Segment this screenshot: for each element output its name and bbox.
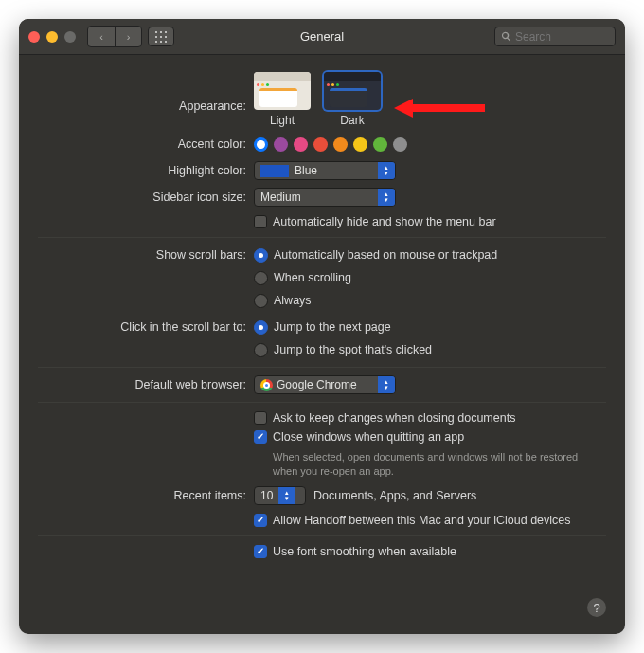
appearance-dark-label: Dark	[324, 114, 381, 127]
svg-rect-5	[165, 36, 167, 38]
checkbox-icon	[254, 430, 267, 444]
svg-rect-2	[165, 31, 167, 33]
scrollclick-option-label: Jump to the spot that's clicked	[274, 340, 432, 359]
scrollclick-option-1[interactable]: Jump to the spot that's clicked	[254, 340, 432, 359]
accent-color-5[interactable]	[353, 137, 367, 152]
close-icon[interactable]	[28, 31, 40, 43]
forward-button[interactable]: ›	[115, 27, 141, 46]
svg-rect-4	[160, 36, 162, 38]
scrollclick-option-label: Jump to the next page	[274, 317, 391, 336]
scrollbars-option-label: Automatically based on mouse or trackpad	[274, 245, 497, 264]
search-input[interactable]	[515, 30, 605, 44]
scrollbars-option-1[interactable]: When scrolling	[254, 268, 351, 287]
accent-color-6[interactable]	[373, 137, 387, 152]
svg-rect-6	[155, 41, 157, 43]
handoff-label: Allow Handoff between this Mac and your …	[273, 513, 571, 528]
accent-color-7[interactable]	[393, 137, 407, 152]
sidebar-size-value: Medium	[260, 190, 372, 204]
accent-color-3[interactable]	[313, 137, 328, 152]
chevron-updown-icon	[378, 189, 395, 206]
radio-icon	[254, 343, 268, 357]
svg-rect-7	[160, 41, 162, 43]
radio-icon	[254, 271, 268, 285]
browser-value: Google Chrome	[277, 378, 372, 391]
search-field[interactable]	[494, 27, 616, 46]
svg-rect-0	[155, 31, 157, 33]
chevron-updown-icon	[278, 487, 295, 504]
recent-items-value: 10	[260, 489, 273, 502]
ask-keep-changes-label: Ask to keep changes when closing documen…	[273, 410, 515, 426]
zoom-icon	[64, 31, 76, 43]
radio-icon	[254, 248, 268, 263]
search-icon	[501, 31, 511, 42]
divider	[38, 535, 606, 536]
accent-color-2[interactable]	[294, 137, 308, 152]
sidebar-size-label: Sidebar icon size:	[38, 188, 254, 207]
content: Appearance: Light Dark Accent color:	[19, 55, 625, 582]
radio-icon	[254, 294, 268, 308]
font-smoothing-checkbox[interactable]: Use font smoothing when available	[254, 544, 456, 559]
ask-keep-changes-checkbox[interactable]: Ask to keep changes when closing documen…	[254, 410, 515, 426]
titlebar: ‹ › General	[19, 19, 625, 55]
highlight-value: Blue	[295, 164, 372, 177]
font-smoothing-label: Use font smoothing when available	[273, 544, 456, 559]
scrollbars-option-2[interactable]: Always	[254, 291, 312, 310]
scrollbars-option-0[interactable]: Automatically based on mouse or trackpad	[254, 245, 497, 264]
recent-items-popup[interactable]: 10	[254, 486, 306, 505]
window-controls	[28, 31, 76, 43]
scrollclick-option-0[interactable]: Jump to the next page	[254, 317, 391, 336]
help-button[interactable]: ?	[587, 598, 606, 617]
scrollbars-option-label: Always	[274, 291, 312, 310]
scrollbars-radios: Automatically based on mouse or trackpad…	[254, 245, 606, 310]
menubar-autohide-label: Automatically hide and show the menu bar	[273, 214, 496, 229]
sidebar-size-popup[interactable]: Medium	[254, 188, 396, 207]
highlight-swatch	[260, 165, 289, 177]
accent-label: Accent color:	[38, 135, 254, 154]
chrome-icon	[260, 379, 273, 391]
chevron-updown-icon	[378, 376, 395, 393]
appearance-dark[interactable]: Dark	[324, 72, 381, 127]
radio-icon	[254, 320, 268, 335]
svg-rect-8	[165, 41, 167, 43]
scrollclick-label: Click in the scroll bar to:	[38, 317, 254, 336]
scrollclick-radios: Jump to the next pageJump to the spot th…	[254, 317, 606, 359]
scrollbars-option-label: When scrolling	[274, 268, 351, 287]
appearance-light-label: Light	[254, 114, 311, 127]
appearance-light[interactable]: Light	[254, 72, 311, 127]
highlight-label: Highlight color:	[38, 161, 254, 180]
menubar-autohide-checkbox[interactable]: Automatically hide and show the menu bar	[254, 214, 496, 229]
chevron-updown-icon	[378, 162, 395, 179]
svg-rect-3	[155, 36, 157, 38]
preferences-window: ‹ › General Appearance: Light	[19, 19, 625, 634]
accent-color-4[interactable]	[333, 137, 348, 152]
checkbox-icon	[254, 411, 267, 425]
grid-icon	[155, 31, 167, 43]
checkbox-icon	[254, 514, 267, 527]
accent-color-1[interactable]	[274, 137, 288, 152]
close-windows-checkbox[interactable]: Close windows when quitting an app	[254, 429, 464, 444]
close-windows-label: Close windows when quitting an app	[273, 429, 464, 444]
nav-back-forward: ‹ ›	[87, 26, 142, 47]
appearance-label: Appearance:	[38, 72, 254, 116]
default-browser-popup[interactable]: Google Chrome	[254, 375, 396, 394]
svg-rect-1	[160, 31, 162, 33]
divider	[38, 237, 606, 238]
recent-items-label: Recent items:	[38, 486, 254, 505]
accent-color-picker	[254, 137, 407, 152]
accent-color-0[interactable]	[254, 137, 268, 152]
handoff-checkbox[interactable]: Allow Handoff between this Mac and your …	[254, 513, 571, 528]
checkbox-icon	[254, 545, 267, 558]
minimize-icon[interactable]	[46, 31, 58, 43]
browser-label: Default web browser:	[38, 375, 254, 394]
highlight-color-popup[interactable]: Blue	[254, 161, 396, 180]
divider	[38, 367, 606, 368]
recent-items-suffix: Documents, Apps, and Servers	[313, 489, 476, 502]
show-all-button[interactable]	[148, 27, 174, 46]
checkbox-icon	[254, 215, 267, 228]
back-button[interactable]: ‹	[88, 27, 115, 46]
scrollbars-label: Show scroll bars:	[38, 245, 254, 264]
divider	[38, 402, 606, 403]
close-windows-note: When selected, open documents and window…	[273, 450, 595, 479]
